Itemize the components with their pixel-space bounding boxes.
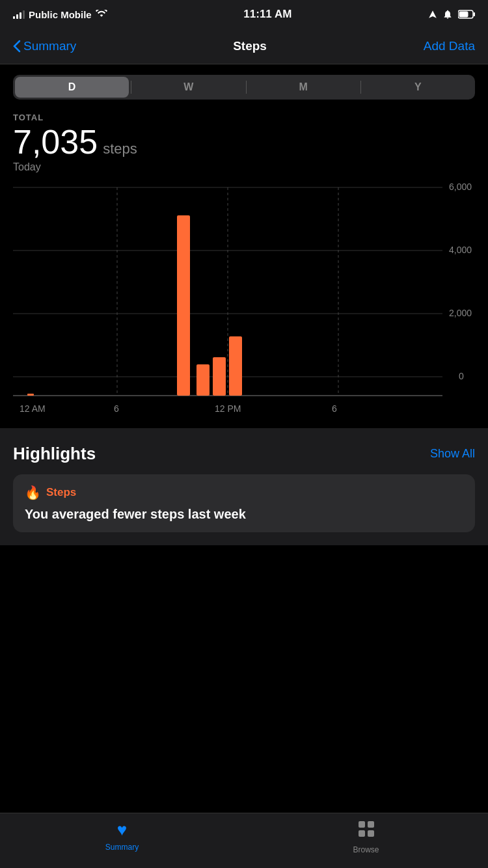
stat-label: TOTAL	[13, 113, 475, 122]
status-right	[428, 9, 475, 20]
svg-text:6: 6	[114, 403, 119, 414]
svg-rect-16	[177, 215, 190, 396]
svg-rect-15	[27, 394, 34, 396]
highlights-section: Highlights Show All 🔥 Steps You averaged…	[0, 428, 488, 545]
svg-text:0: 0	[459, 371, 464, 381]
svg-rect-27	[368, 830, 374, 837]
alarm-icon	[442, 9, 453, 20]
show-all-button[interactable]: Show All	[430, 447, 475, 461]
nav-bar: Summary Steps Add Data	[0, 29, 488, 64]
svg-rect-26	[359, 830, 365, 837]
svg-text:4,000: 4,000	[449, 245, 472, 255]
heart-icon: ♥	[117, 820, 127, 840]
highlight-card-header: 🔥 Steps	[25, 485, 463, 500]
svg-rect-18	[213, 357, 226, 396]
chart-svg: 6,000 4,000 2,000 0 12 AM 6 12 PM 6	[13, 181, 475, 428]
stat-value: 7,035 steps	[13, 125, 475, 159]
svg-text:2,000: 2,000	[449, 308, 472, 318]
location-icon	[428, 10, 437, 19]
browse-icon	[357, 820, 375, 843]
tab-browse-label: Browse	[353, 845, 379, 854]
step-unit: steps	[103, 142, 137, 156]
back-button[interactable]: Summary	[13, 39, 76, 53]
tab-summary-label: Summary	[105, 843, 139, 852]
svg-text:12 PM: 12 PM	[215, 403, 241, 414]
period-tab-week[interactable]: W	[131, 75, 245, 100]
tab-summary[interactable]: ♥ Summary	[0, 820, 244, 852]
flame-icon: 🔥	[25, 485, 41, 500]
period-tab-month[interactable]: M	[247, 75, 360, 100]
svg-rect-19	[229, 336, 242, 396]
highlights-title: Highlights	[13, 444, 96, 464]
wifi-icon	[96, 10, 107, 19]
svg-rect-17	[197, 364, 210, 396]
back-label: Summary	[23, 39, 76, 53]
battery-icon	[458, 10, 475, 19]
add-data-button[interactable]: Add Data	[424, 39, 475, 53]
period-tab-day[interactable]: D	[15, 77, 129, 98]
highlight-card: 🔥 Steps You averaged fewer steps last we…	[13, 474, 475, 532]
svg-text:6,000: 6,000	[449, 182, 472, 192]
signal-icon	[13, 10, 25, 19]
period-selector: D W M Y	[13, 75, 475, 100]
status-left: Public Mobile	[13, 9, 107, 20]
steps-chart: 6,000 4,000 2,000 0 12 AM 6 12 PM 6	[13, 181, 475, 428]
chevron-left-icon	[13, 40, 21, 53]
status-time: 11:11 AM	[243, 8, 291, 21]
status-bar: Public Mobile 11:11 AM	[0, 0, 488, 29]
stat-date: Today	[13, 161, 475, 173]
svg-text:6: 6	[332, 403, 337, 414]
svg-rect-2	[459, 12, 468, 18]
step-count: 7,035	[13, 125, 98, 159]
carrier-label: Public Mobile	[29, 9, 92, 20]
period-tab-year[interactable]: Y	[361, 75, 475, 100]
svg-rect-1	[473, 12, 475, 16]
tab-browse[interactable]: Browse	[244, 820, 488, 854]
page-title: Steps	[233, 39, 267, 53]
highlights-header: Highlights Show All	[13, 444, 475, 464]
tab-bar: ♥ Summary Browse	[0, 813, 488, 868]
svg-rect-25	[368, 821, 374, 828]
svg-text:12 AM: 12 AM	[20, 403, 46, 414]
highlight-card-body: You averaged fewer steps last week	[25, 507, 463, 522]
highlight-card-title: Steps	[46, 486, 76, 499]
main-content: D W M Y TOTAL 7,035 steps Today 6,000 4,…	[0, 75, 488, 428]
svg-rect-24	[359, 821, 365, 828]
